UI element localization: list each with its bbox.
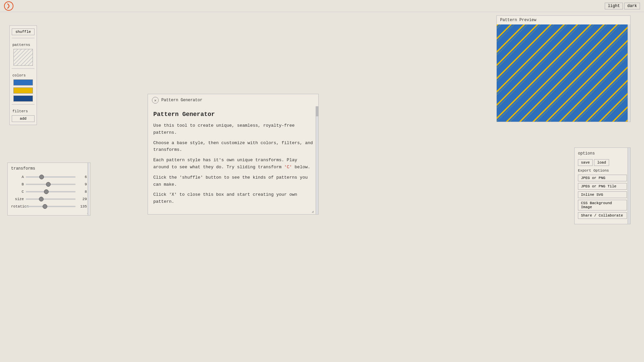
add-filter-button[interactable]: add: [12, 115, 35, 122]
preview-title: Pattern Preview: [497, 16, 630, 24]
export-jpeg-png-tile-button[interactable]: JPEG or PNG Tile: [578, 183, 627, 190]
load-button[interactable]: load: [594, 159, 609, 166]
shuffle-button[interactable]: shuffle: [12, 28, 35, 35]
modal-close-button[interactable]: ✕: [152, 97, 159, 104]
modal-scroll-thumb: [316, 106, 318, 116]
slider-b-value: 9: [77, 182, 87, 186]
modal-paragraph-2: Choose a base style, then customize with…: [153, 140, 313, 154]
modal-header-title: Pattern Generator: [161, 98, 202, 103]
slider-c-label: C: [11, 190, 24, 194]
slider-rotation-label: rotation: [11, 204, 24, 208]
preview-canvas: [497, 24, 630, 122]
color-swatch-3[interactable]: [13, 96, 33, 102]
modal-header: ✕ Pattern Generator: [148, 94, 318, 106]
slider-b[interactable]: [26, 184, 75, 185]
options-panel: options save load Export Options JPEG or…: [574, 147, 631, 224]
preview-panel: Pattern Preview: [496, 15, 631, 122]
divider-1: [12, 38, 35, 38]
transforms-title: transforms: [11, 166, 87, 171]
app-logo: [4, 1, 13, 11]
transforms-panel: transforms A 6 B 9 C 8 size 29 rotation …: [7, 163, 91, 216]
slider-c[interactable]: [26, 191, 75, 192]
modal-body: Pattern Generator Use this tool to creat…: [148, 106, 318, 214]
divider-3: [12, 104, 35, 105]
divider-2: [12, 68, 35, 69]
slider-c-value: 8: [77, 190, 87, 194]
slider-b-label: B: [11, 182, 24, 186]
modal-resize-handle[interactable]: ◢: [312, 210, 315, 214]
slider-row-a: A 6: [11, 175, 87, 179]
modal-paragraph-1: Use this tool to create unique, seamless…: [153, 122, 313, 136]
filters-label: filters: [12, 109, 28, 113]
export-inline-svg-button[interactable]: Inline SVG: [578, 191, 627, 198]
modal-scrollbar[interactable]: [316, 106, 318, 214]
patterns-label: patterns: [12, 43, 30, 47]
slider-row-rotation: rotation 135: [11, 204, 87, 208]
pattern-thumbnail[interactable]: [13, 49, 33, 66]
save-button[interactable]: save: [578, 159, 593, 166]
slider-size-value: 29: [77, 197, 87, 201]
slider-row-size: size 29: [11, 197, 87, 201]
slider-rotation-value: 135: [77, 204, 87, 208]
options-title: options: [578, 151, 627, 156]
modal-paragraph-4: Click the 'shuffle' button to see the ki…: [153, 174, 313, 188]
slider-rotation[interactable]: [26, 206, 75, 207]
slider-size-label: size: [11, 197, 24, 201]
export-jpeg-png-button[interactable]: JPEG or PNG: [578, 175, 627, 181]
color-swatch-1[interactable]: [13, 79, 33, 85]
export-options-label: Export Options: [578, 169, 627, 173]
slider-row-b: B 9: [11, 182, 87, 186]
left-panel: shuffle patterns colors filters add: [9, 25, 37, 125]
options-scrollbar[interactable]: [628, 148, 630, 224]
theme-buttons: light dark: [605, 3, 640, 9]
save-load-row: save load: [578, 159, 627, 166]
light-theme-button[interactable]: light: [605, 3, 623, 9]
slider-a-value: 6: [77, 175, 87, 179]
top-bar: light dark: [0, 0, 644, 12]
modal-paragraph-3: Each pattern style has it's own unique t…: [153, 157, 313, 171]
slider-a-label: A: [11, 175, 24, 179]
svg-rect-4: [497, 24, 630, 122]
colors-label: colors: [12, 73, 26, 77]
highlight-c: 'C': [284, 165, 292, 170]
modal-heading: Pattern Generator: [153, 111, 313, 118]
modal-paragraph-5: Click 'X' to close this box and start cr…: [153, 191, 313, 205]
slider-row-c: C 8: [11, 190, 87, 194]
preview-scrollbar[interactable]: [628, 24, 630, 122]
export-css-background-button[interactable]: CSS Background Image: [578, 200, 627, 210]
dark-theme-button[interactable]: dark: [624, 3, 640, 9]
color-swatch-2[interactable]: [13, 87, 33, 94]
share-collaborate-button[interactable]: Share / Collaborate: [578, 212, 627, 219]
slider-a[interactable]: [26, 176, 75, 178]
modal-dialog: ✕ Pattern Generator Pattern Generator Us…: [148, 94, 319, 215]
slider-size[interactable]: [26, 198, 75, 200]
transforms-scrollbar[interactable]: [88, 163, 90, 215]
